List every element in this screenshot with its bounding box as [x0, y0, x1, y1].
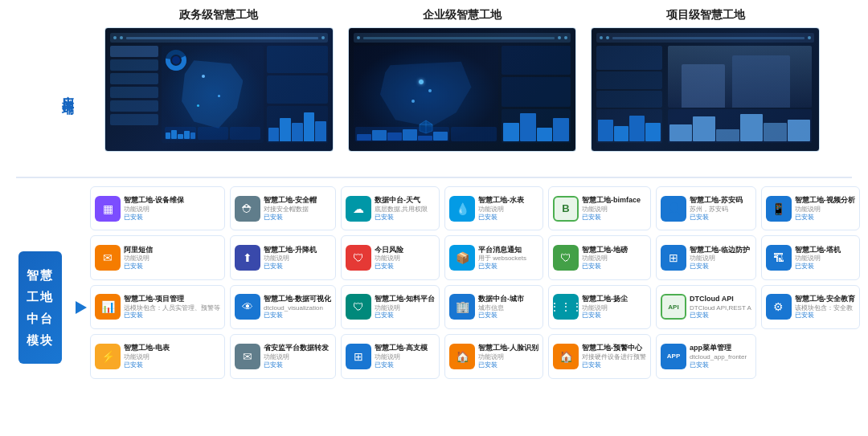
module-card[interactable]: ▦ 智慧工地-设备维保 功能说明 已安装 [90, 186, 225, 230]
module-text: 今日风险 功能说明 已安装 [375, 246, 435, 271]
module-label-line4: 模块 [27, 329, 54, 351]
gov-screenshot [104, 27, 334, 152]
module-desc: 功能说明 [375, 353, 435, 361]
module-icon: ⚡ [95, 344, 121, 369]
module-card[interactable]: APP app菜单管理 dtcloud_app_fronter 已安装 [656, 334, 756, 378]
module-name: 智慧工地-项目管理 [124, 295, 220, 304]
svg-point-2 [172, 56, 180, 64]
module-status: 已安装 [375, 312, 435, 320]
module-icon: ⊞ [346, 344, 371, 369]
module-card[interactable]: 📦 平台消息通知 用于 websockets 已安装 [444, 235, 543, 279]
module-icon: ⬆ [235, 245, 260, 271]
module-card[interactable]: ⊞ 智慧工地-高支模 功能说明 已安装 [341, 334, 440, 378]
module-icon: 📊 [95, 294, 121, 320]
module-desc: 功能说明 [582, 206, 646, 214]
module-icon: ⛑ [235, 196, 260, 222]
bottom-left-label: 智慧 工地 中台 模块 [8, 186, 72, 428]
module-label-box: 智慧 工地 中台 模块 [18, 251, 62, 364]
module-card[interactable]: 🛡 智慧工地-地磅 功能说明 已安装 [548, 235, 651, 279]
module-text: app菜单管理 dtcloud_app_fronter 已安装 [690, 344, 751, 369]
screenshots-row: 政务级智慧工地 [104, 8, 820, 173]
module-name: 数据中台-天气 [375, 196, 435, 206]
module-text: 智慧工地-知料平台 功能说明 已安装 [375, 295, 435, 320]
module-text: 阿里短信 功能说明 已安装 [124, 246, 220, 271]
module-status: 已安装 [264, 312, 331, 320]
module-text: 智慧工地-升降机 功能说明 已安装 [264, 246, 331, 271]
module-status: 已安装 [264, 263, 331, 271]
module-card[interactable]: ⚡ 智慧工地-电表 功能说明 已安装 [90, 334, 225, 378]
module-card[interactable]: ⬆ 智慧工地-升降机 功能说明 已安装 [230, 235, 336, 279]
module-status: 已安装 [582, 312, 646, 320]
module-status: 已安装 [582, 361, 646, 369]
module-text: 智慧工地-bimface 功能说明 已安装 [582, 196, 646, 221]
module-text: 智慧工地-视频分析 功能说明 已安装 [795, 196, 855, 221]
module-label-line1: 智慧 [27, 264, 54, 286]
module-desc: 对接安全帽数据 [264, 206, 331, 214]
module-text: 智慧工地-高支模 功能说明 已安装 [375, 344, 435, 369]
module-icon: 👁 [235, 294, 260, 320]
module-name: 智慧工地-bimface [582, 196, 646, 206]
module-status: 已安装 [478, 263, 538, 271]
module-card[interactable]: 💧 智慧工地-水表 功能说明 已安装 [444, 186, 543, 230]
module-desc: 功能说明 [124, 206, 220, 214]
module-name: 智慧工地-预警中心 [582, 344, 646, 353]
module-card[interactable]: 🛡 智慧工地-知料平台 功能说明 已安装 [341, 285, 440, 329]
module-status: 已安装 [690, 263, 751, 271]
module-card[interactable]: API DTCloud API DTCloud API,REST A 已安装 [656, 285, 756, 329]
module-card[interactable]: ⚙ 智慧工地-安全教育 该模块包含：安全教 已安装 [761, 285, 860, 329]
module-card[interactable]: ⛑ 智慧工地-安全帽 对接安全帽数据 已安装 [230, 186, 336, 230]
module-desc: 功能说明 [478, 353, 538, 361]
module-text: 智慧工地-安全教育 该模块包含：安全教 已安装 [795, 295, 855, 320]
top-section: 应用前端 政务级智慧工地 [0, 0, 868, 177]
module-name: 今日风险 [375, 246, 435, 255]
module-status: 已安装 [478, 361, 538, 369]
module-desc: 远模块包含：人员实管理、预警等 [124, 304, 220, 312]
module-card[interactable]: ✉ 省安监平台数据转发 功能说明 已安装 [230, 334, 336, 378]
module-name: 智慧工地-数据可视化 [264, 295, 331, 304]
module-card[interactable]: ☁ 数据中台-天气 底层数据,共用权限 已安装 [341, 186, 440, 230]
module-icon: ⊞ [661, 245, 686, 271]
module-text: 智慧工地-预警中心 对接硬件设备进行预警 已安装 [582, 344, 646, 369]
module-card[interactable]: ⋮⋮⋮ 智慧工地-扬尘 功能说明 已安装 [548, 285, 651, 329]
module-card[interactable]: ⊞ 智慧工地-临边防护 功能说明 已安装 [656, 235, 756, 279]
module-icon: 📱 [766, 196, 792, 222]
module-card[interactable]: 👁 智慧工地-数据可视化 dtcloud_visualization 已安装 [230, 285, 336, 329]
top-label-text: 应用前端 [61, 86, 76, 96]
module-card[interactable]: ✉ 阿里短信 功能说明 已安装 [90, 235, 225, 279]
module-card[interactable]: 🏢 数据中台-城市 城市信息 已安装 [444, 285, 543, 329]
module-card[interactable]: 🛡 今日风险 功能说明 已安装 [341, 235, 440, 279]
module-card[interactable]: 📱 智慧工地-视频分析 功能说明 已安装 [761, 186, 860, 230]
module-status: 已安装 [124, 263, 220, 271]
main-container: 应用前端 政务级智慧工地 [0, 0, 868, 436]
module-desc: 对接硬件设备进行预警 [582, 353, 646, 361]
module-status: 已安装 [795, 263, 855, 271]
module-icon: 🛡 [346, 294, 371, 320]
module-desc: 功能说明 [795, 255, 855, 263]
module-desc: 用于 websockets [478, 255, 538, 263]
module-card[interactable]: B 智慧工地-bimface 功能说明 已安装 [548, 186, 651, 230]
module-name: 平台消息通知 [478, 246, 538, 255]
module-icon: ▦ [95, 196, 121, 222]
module-status: 已安装 [124, 214, 220, 222]
module-card[interactable]: 🏠 智慧工地-预警中心 对接硬件设备进行预警 已安装 [548, 334, 651, 378]
module-name: 智慧工地-安全教育 [795, 295, 855, 304]
module-card[interactable]: 🏠 智慧工地-人脸识别 功能说明 已安装 [444, 334, 543, 378]
module-text: 数据中台-天气 底层数据,共用权限 已安装 [375, 196, 435, 221]
module-name: 智慧工地-视频分析 [795, 196, 855, 206]
module-desc: 功能说明 [375, 304, 435, 312]
module-status: 已安装 [375, 361, 435, 369]
module-icon: ✉ [235, 344, 260, 369]
module-status: 已安装 [690, 214, 751, 222]
module-name: 智慧工地-苏安码 [690, 196, 751, 206]
module-status: 已安装 [375, 214, 435, 222]
module-desc: dtcloud_visualization [264, 304, 331, 312]
module-card[interactable]: 📊 智慧工地-项目管理 远模块包含：人员实管理、预警等 已安装 [90, 285, 225, 329]
module-name: 阿里短信 [124, 246, 220, 255]
module-text: 智慧工地-苏安码 苏州，苏安码 已安装 [690, 196, 751, 221]
module-icon: 🏠 [553, 344, 579, 369]
module-status: 已安装 [478, 214, 538, 222]
module-card[interactable]: 🏗 智慧工地-塔机 功能说明 已安装 [761, 235, 860, 279]
module-card[interactable]: 👤 智慧工地-苏安码 苏州，苏安码 已安装 [656, 186, 756, 230]
module-text: 数据中台-城市 城市信息 已安装 [478, 295, 538, 320]
module-status: 已安装 [375, 263, 435, 271]
